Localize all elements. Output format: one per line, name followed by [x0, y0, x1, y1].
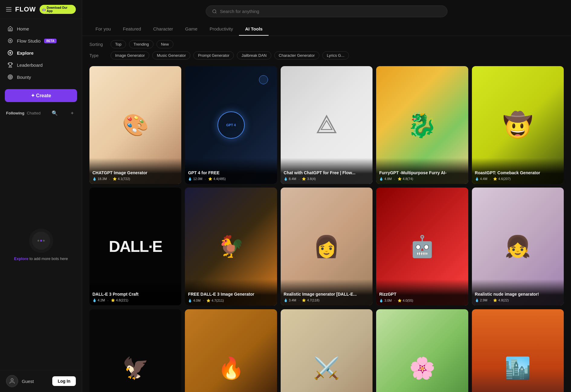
bot-rating-7: ⭐ 4.7(211) [206, 299, 224, 303]
filter-music-gen[interactable]: Music Generator [152, 51, 190, 59]
sidebar-item-flow-studio[interactable]: Flow Studio BETA [4, 35, 78, 47]
filter-jailbreak[interactable]: Jailbreak DAN [237, 51, 271, 59]
bot-card-5[interactable]: 🤠 RoastGPT: Comeback Generator 💧 4.4M · … [472, 66, 564, 184]
sort-top[interactable]: Top [111, 40, 126, 48]
empty-bot-bubble [29, 229, 53, 253]
sort-trending[interactable]: Trending [129, 40, 153, 48]
bot-card-title-3: Chat with ChatGPT for Free | Flow... [284, 170, 369, 175]
beta-badge: BETA [44, 39, 56, 43]
filter-lyrics[interactable]: Lyrics G... [322, 51, 349, 59]
bots-grid: 🎨 CHATGPT Image Generator 💧 18.3M · ⭐ 4.… [89, 66, 564, 392]
bot-users-9: 💧 3.0M [379, 299, 392, 303]
bot-rating-5: ⭐ 4.6(207) [493, 177, 511, 181]
flow-studio-icon [7, 38, 13, 44]
bot-card-12[interactable]: 🔥 Dragon Image Creator 💧 2.5M · ⭐ 4.6(65… [185, 309, 277, 392]
bot-rating-2: ⭐ 4.4(485) [208, 177, 226, 181]
bot-card-overlay-7: FREE DALL-E 3 Image Generator 💧 4.0M · ⭐… [185, 279, 277, 305]
sidebar-item-home[interactable]: Home [4, 23, 78, 35]
bot-users-1: 💧 18.3M [92, 177, 107, 181]
type-label: Type [89, 53, 108, 58]
search-bar[interactable] [206, 5, 447, 17]
bot-card-overlay-6: DALL-E 3 Prompt Craft 💧 4.2M · ⭐ 4.8(221… [89, 279, 181, 305]
sidebar-item-bounty[interactable]: Bounty [4, 71, 78, 83]
filter-image-gen[interactable]: Image Generator [111, 51, 149, 59]
card-visual-11: 🦅 [89, 309, 181, 392]
bot-rating-6: ⭐ 4.8(221) [111, 298, 128, 302]
sidebar-footer: Guest Log In [0, 370, 82, 392]
svg-point-0 [8, 39, 12, 43]
bot-card-10[interactable]: 👧 Realistic nude image genarator! 💧 2.9M… [472, 188, 564, 305]
svg-line-9 [215, 12, 216, 13]
sidebar-item-explore[interactable]: Explore [4, 47, 78, 59]
tab-featured[interactable]: Featured [117, 23, 147, 36]
sidebar-home-label: Home [17, 26, 29, 31]
sidebar: FLOW 🤖 Download Our App Home Flow [0, 0, 82, 392]
bot-card-15[interactable]: 🏙️ City at Sunset 💧 2.0M · ⭐ 4.6(29) [472, 309, 564, 392]
sorting-row: Sorting Top Trending New [89, 40, 564, 48]
tab-for-you[interactable]: For you [89, 23, 117, 36]
svg-point-2 [8, 51, 13, 55]
bot-rating-1: ⭐ 4.1(722) [113, 177, 130, 181]
bot-rating-3: ⭐ 3.8(4) [302, 177, 316, 181]
bot-users-7: 💧 4.0M [188, 299, 201, 303]
bot-card-overlay-5: RoastGPT: Comeback Generator 💧 4.4M · ⭐ … [472, 158, 564, 184]
nav-section: Home Flow Studio BETA Explore [0, 19, 82, 87]
bot-users-3: 💧 8.4M [284, 177, 296, 181]
search-input[interactable] [220, 9, 441, 14]
hamburger-icon[interactable] [6, 7, 11, 11]
tab-game[interactable]: Game [179, 23, 204, 36]
bot-card-overlay-10: Realistic nude image genarator! 💧 2.9M ·… [472, 279, 564, 305]
create-button[interactable]: ✦ Create [5, 89, 77, 102]
bot-card-1[interactable]: 🎨 CHATGPT Image Generator 💧 18.3M · ⭐ 4.… [89, 66, 181, 184]
bot-rating-8: ⭐ 4.7(118) [302, 298, 319, 302]
login-button[interactable]: Log In [52, 376, 76, 386]
bot-card-9[interactable]: 🤖 RizzGPT 💧 3.0M · ⭐ 4.0(55) [376, 188, 468, 305]
sort-new[interactable]: New [156, 40, 173, 48]
chatted-label: Chatted [27, 111, 41, 115]
bot-card-7[interactable]: 🐓 FREE DALL-E 3 Image Generator 💧 4.0M ·… [185, 188, 277, 305]
svg-point-8 [213, 10, 216, 13]
guest-label: Guest [22, 379, 34, 384]
bot-card-title-5: RoastGPT: Comeback Generator [475, 170, 561, 175]
bot-rating-4: ⭐ 4.8(74) [398, 177, 413, 181]
svg-point-1 [10, 40, 11, 42]
main-header [82, 0, 571, 23]
bot-card-14[interactable]: 🌸 AI Garden 💧 2.2M · ⭐ 4.5(31) [376, 309, 468, 392]
bot-rating-9: ⭐ 4.0(55) [398, 299, 413, 303]
bot-card-13[interactable]: ⚔️ Ethereal Realms 💧 2.4M · ⭐ 4.7(43) [281, 309, 373, 392]
avatar [6, 375, 18, 387]
bot-card-8[interactable]: 👩 Realistic Image generator [DALL-E... 💧… [281, 188, 373, 305]
main-content: For you Featured Character Game Producti… [82, 0, 571, 392]
logo: FLOW [15, 5, 36, 13]
bot-card-3[interactable]: Chat with ChatGPT for Free | Flow... 💧 8… [281, 66, 373, 184]
bot-dots [37, 240, 45, 242]
bot-card-title-7: FREE DALL-E 3 Image Generator [188, 291, 274, 297]
bot-card-title-8: Realistic Image generator [DALL-E... [284, 291, 369, 297]
download-badge[interactable]: 🤖 Download Our App [40, 5, 76, 14]
card-visual-12: 🔥 [185, 309, 277, 392]
bot-card-2[interactable]: GPT 4 GPT 4 for FREE 💧 12.0M · ⭐ 4.4(485… [185, 66, 277, 184]
bot-users-2: 💧 12.0M [188, 177, 202, 181]
bot-card-stats-9: 💧 3.0M · ⭐ 4.0(55) [379, 299, 465, 303]
tab-productivity[interactable]: Productivity [204, 23, 239, 36]
filter-prompt-gen[interactable]: Prompt Generator [193, 51, 234, 59]
sidebar-bounty-label: Bounty [17, 75, 31, 80]
search-following-button[interactable]: 🔍 [50, 110, 59, 117]
bot-card-11[interactable]: 🦅 Raven AI 💧 2.7M · ⭐ 4.5(88) [89, 309, 181, 392]
sidebar-item-leaderboard[interactable]: Leaderboard [4, 59, 78, 71]
filter-char-gen[interactable]: Character Generator [274, 51, 319, 59]
svg-marker-10 [318, 116, 336, 133]
svg-point-3 [10, 52, 11, 54]
bot-card-title-1: CHATGPT Image Generator [92, 170, 178, 175]
bot-card-4[interactable]: 🐉 FurryGPT -Multipurpose Furry AI- 💧 4.8… [376, 66, 468, 184]
add-following-button[interactable]: ＋ [69, 109, 76, 117]
tab-character[interactable]: Character [147, 23, 179, 36]
tab-ai-tools[interactable]: AI Tools [239, 23, 269, 36]
bot-card-overlay-3: Chat with ChatGPT for Free | Flow... 💧 8… [281, 158, 373, 184]
bot-card-6[interactable]: DALL·E DALL-E 3 Prompt Craft 💧 4.2M · ⭐ … [89, 188, 181, 305]
explore-link[interactable]: Explore [14, 256, 28, 261]
bot-users-8: 💧 3.4M [284, 298, 296, 302]
card-visual-13: ⚔️ [281, 309, 373, 392]
card-visual-14: 🌸 [376, 309, 468, 392]
card-visual-15: 🏙️ [472, 309, 564, 392]
